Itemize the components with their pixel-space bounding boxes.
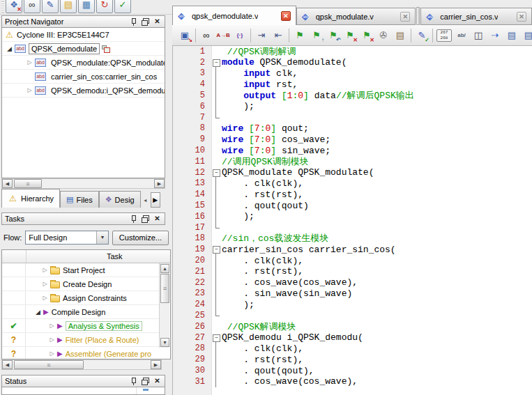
float-button[interactable] (141, 17, 150, 26)
code-line[interactable]: 1 //QPSK调制解调 (173, 46, 532, 57)
task-hscrollbar[interactable]: ◀ ▶ (1, 359, 162, 370)
tree-item[interactable]: ⚠Cyclone III: EP3C5E144C7 (2, 28, 165, 42)
expander-icon[interactable]: ▷ (40, 281, 50, 287)
expander-icon[interactable]: ▷ (24, 59, 35, 65)
tree-item[interactable]: abdcarrier_sin_cos:carrier_sin_cos (2, 70, 165, 84)
toolbar-grip[interactable] (1, 1, 4, 13)
code-line[interactable]: 7 (173, 112, 532, 123)
tree-item[interactable]: ▷abdQPSK_demodu:i_QPSK_demodu (2, 84, 165, 98)
code-line[interactable]: 29 . rst(rst), (173, 354, 532, 365)
scroll-left-icon[interactable]: ◀ (2, 360, 13, 369)
split-window-icon[interactable]: ◫ (470, 27, 487, 44)
find-icon[interactable]: ∞ (198, 27, 215, 44)
code-line[interactable]: 22 . cos_wave(cos_wave), (173, 277, 532, 288)
bookmark-delete-icon[interactable]: ⚑✕ (342, 27, 358, 44)
code-line[interactable]: 24 ); (173, 299, 532, 310)
expander-icon[interactable]: ◢ (33, 309, 43, 316)
indent-icon[interactable]: ⇥ (253, 27, 270, 44)
find-icon[interactable]: ∞ (24, 0, 40, 13)
save-in-new-window-icon[interactable]: ▣↘ (176, 27, 193, 44)
scroll-down-icon[interactable]: ▼ (160, 338, 169, 347)
code-line[interactable]: 11//调用QPSK调制模块 (173, 156, 532, 167)
code-line[interactable]: 17 (173, 222, 532, 233)
tab-desig[interactable]: ❖Desig (99, 191, 141, 208)
navigator-hscrollbar[interactable]: ◀ ▶ (1, 178, 165, 189)
code-line[interactable]: 30 . qout(qout), (173, 365, 532, 376)
goto-line-icon[interactable]: ⇢ (487, 27, 503, 44)
task-row[interactable]: ◢▶Compile Design (2, 305, 170, 319)
tab-scroll-left-icon[interactable]: ◂ (141, 194, 150, 208)
tab-hierarchy[interactable]: ⚠Hierarchy (1, 189, 60, 208)
check-document-icon[interactable]: ✓ (114, 0, 131, 13)
expander-icon[interactable]: ▷ (40, 267, 50, 273)
bookmark-delete-all-icon[interactable]: ⚑✕ (358, 27, 375, 44)
tab-files[interactable]: ▤Files (60, 191, 99, 208)
code-line[interactable]: 15 . qout(qout) (173, 200, 532, 211)
tab-group-divider[interactable] (416, 7, 420, 25)
expander-icon[interactable]: ▷ (47, 323, 57, 329)
expander-icon[interactable]: ▷ (47, 350, 57, 357)
code-line[interactable]: 4 input rst, (173, 79, 532, 90)
fold-marker-icon[interactable] (212, 332, 222, 343)
tab-close-button[interactable]: ✕ (517, 12, 526, 22)
unindent-icon[interactable]: ⇤ (270, 27, 287, 44)
fold-marker-icon[interactable] (212, 57, 222, 68)
tab-scroll-right-icon[interactable]: ▶ (151, 192, 160, 208)
task-row[interactable]: ?▷▶Assembler (Generate pro (2, 347, 170, 359)
scrollbar-thumb[interactable] (14, 360, 84, 369)
code-line[interactable]: 6 ); (173, 101, 532, 112)
scroll-left-icon[interactable]: ◀ (2, 179, 13, 188)
pin-button[interactable] (129, 215, 138, 223)
code-line[interactable]: 27QPSK_demodu i_QPSK_demodu( (173, 332, 532, 343)
close-button[interactable]: ✕ (153, 215, 162, 223)
code-line[interactable]: 14 . rst(rst), (173, 189, 532, 200)
code-editor[interactable]: 1 //QPSK调制解调2module QPSK_demodulate(3 in… (172, 46, 532, 395)
editor-tab[interactable]: ◆abcqpsk_modulate.v✕ (296, 8, 416, 25)
code-line[interactable]: 18//sin，cos载波发生模块 (173, 233, 532, 245)
format-left-icon[interactable]: ▤ (503, 27, 520, 44)
code-line[interactable]: 5 output [1:0] data//解调后QPSK输出 (173, 90, 532, 101)
stop-processing-icon[interactable]: ❖✕ (6, 0, 22, 13)
replace-icon[interactable]: A→B (215, 27, 231, 44)
task-row[interactable]: ?▷▶Fitter (Place & Route) (2, 333, 170, 347)
fold-marker-icon[interactable] (212, 244, 222, 255)
expander-icon[interactable]: ◢ (4, 45, 15, 52)
expander-icon[interactable]: ▷ (47, 336, 57, 343)
match-bracket-icon[interactable]: {·} (231, 27, 248, 44)
code-line[interactable]: 31 . cos_wave(cos_wave), (173, 376, 532, 387)
scroll-up-icon[interactable]: ▲ (160, 264, 169, 273)
code-line[interactable]: 19carrier_sin_cos carrier_sin_cos( (173, 244, 532, 255)
code-line[interactable]: 2module QPSK_demodulate( (173, 57, 532, 68)
close-button[interactable]: ✕ (153, 377, 162, 385)
pin-button[interactable] (129, 17, 138, 26)
bookmark-toggle-icon[interactable]: ⚑↑ (308, 27, 325, 44)
flow-select[interactable]: Full Design ▼ (25, 231, 109, 245)
scrollbar-thumb[interactable] (160, 274, 169, 303)
editor-tab[interactable]: ◆abcqpsk_demodulate.v✕ (172, 6, 296, 25)
refresh-icon[interactable]: ↻ (96, 0, 113, 13)
code-line[interactable]: 9wire [7:0] cos_wave; (173, 134, 532, 145)
task-row[interactable]: ▷Create Design (2, 277, 170, 291)
float-button[interactable] (141, 377, 150, 385)
code-line[interactable]: 25 (173, 310, 532, 321)
comment-icon[interactable]: ab/ (453, 27, 470, 44)
pin-button[interactable] (129, 377, 138, 385)
scroll-macro-icon[interactable]: ▤ (392, 27, 409, 44)
expander-icon[interactable]: ▷ (24, 87, 35, 93)
note-icon[interactable]: ▤ (60, 0, 77, 13)
fold-marker-icon[interactable] (212, 167, 222, 178)
task-row[interactable]: ▷Start Project (2, 263, 170, 277)
tree-item[interactable]: ▷abdQPSK_modulate:QPSK_modulate (2, 56, 165, 70)
code-line[interactable]: 13 . clk(clk), (173, 178, 532, 189)
attachment-icon[interactable]: ✇ (375, 27, 392, 44)
code-line[interactable]: 21 . rst(rst), (173, 266, 532, 277)
task-row[interactable]: ✔▷▶Analysis & Synthesis (2, 319, 170, 333)
code-line[interactable]: 12QPSK_modulate QPSK_modulate( (173, 167, 532, 178)
analyze-current-file-icon[interactable]: ✎✓ (413, 27, 430, 44)
code-line[interactable]: 10wire [7:0] sin_wave; (173, 145, 532, 156)
scroll-right-icon[interactable]: ▶ (151, 360, 161, 369)
chevron-down-icon[interactable]: ▼ (96, 231, 108, 244)
tab-close-button[interactable]: ✕ (281, 11, 291, 21)
bookmark-previous-icon[interactable]: ⚑↶ (325, 27, 342, 44)
float-button[interactable] (141, 215, 150, 223)
